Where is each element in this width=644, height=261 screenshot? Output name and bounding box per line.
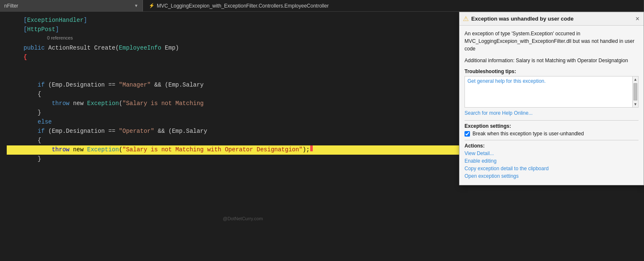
tips-box: Get general help for this exception. ▲ ▼ bbox=[465, 76, 639, 108]
popup-close-button[interactable]: × bbox=[635, 16, 640, 22]
additional-info: Additional information: Salary is not Ma… bbox=[465, 57, 639, 64]
dropdown-arrow-icon[interactable]: ▼ bbox=[134, 3, 138, 8]
exception-settings-title: Exception settings: bbox=[465, 123, 639, 129]
actions-section: Actions: View Detail... Enable editing C… bbox=[465, 143, 639, 179]
scroll-down-icon[interactable]: ▼ bbox=[633, 101, 638, 107]
action-copy-exception[interactable]: Copy exception detail to the clipboard bbox=[465, 166, 639, 171]
cursor bbox=[310, 145, 313, 151]
warning-icon: ⚠ bbox=[463, 15, 469, 23]
troubleshooting-title: Troubleshooting tips: bbox=[465, 69, 639, 74]
help-link[interactable]: Search for more Help Online... bbox=[465, 108, 639, 116]
filter-tab[interactable]: nFilter ▼ bbox=[0, 0, 143, 11]
scroll-thumb[interactable] bbox=[633, 83, 637, 100]
popup-title: Exception was unhandled by user code bbox=[471, 16, 632, 22]
file-icon: ⚡ bbox=[149, 3, 155, 8]
popup-body: An exception of type 'System.Exception' … bbox=[459, 26, 644, 185]
filter-label: nFilter bbox=[4, 3, 18, 9]
references-text: 0 references bbox=[24, 34, 73, 42]
scrollbar[interactable]: ▲ ▼ bbox=[632, 76, 638, 107]
exception-checkbox[interactable] bbox=[465, 131, 470, 137]
file-tab[interactable]: ⚡ MVC_LoggingExcepion_with_ExceptionFilt… bbox=[143, 0, 644, 11]
action-view-detail[interactable]: View Detail... bbox=[465, 150, 639, 156]
action-enable-editing[interactable]: Enable editing bbox=[465, 158, 639, 164]
exception-text: An exception of type 'System.Exception' … bbox=[465, 30, 639, 53]
tips-link[interactable]: Get general help for this exception. bbox=[467, 78, 546, 84]
checkbox-label: Break when this exception type is user-u… bbox=[472, 131, 584, 137]
exception-popup: ⚠ Exception was unhandled by user code ×… bbox=[459, 12, 644, 185]
watermark: @DotNetCurry.com bbox=[223, 216, 263, 221]
file-label: MVC_LoggingExcepion_with_ExceptionFilter… bbox=[157, 3, 329, 9]
divider-2 bbox=[465, 140, 639, 140]
exception-settings-row: Break when this exception type is user-u… bbox=[465, 131, 639, 137]
actions-title: Actions: bbox=[465, 143, 639, 149]
action-open-settings[interactable]: Open exception settings bbox=[465, 173, 639, 179]
scroll-up-icon[interactable]: ▲ bbox=[633, 76, 638, 82]
popup-title-bar: ⚠ Exception was unhandled by user code × bbox=[459, 12, 644, 26]
divider bbox=[465, 120, 639, 121]
tab-bar: nFilter ▼ ⚡ MVC_LoggingExcepion_with_Exc… bbox=[0, 0, 644, 12]
main-area: [ExceptionHandler] [HttpPost] 0 referenc… bbox=[0, 12, 644, 261]
